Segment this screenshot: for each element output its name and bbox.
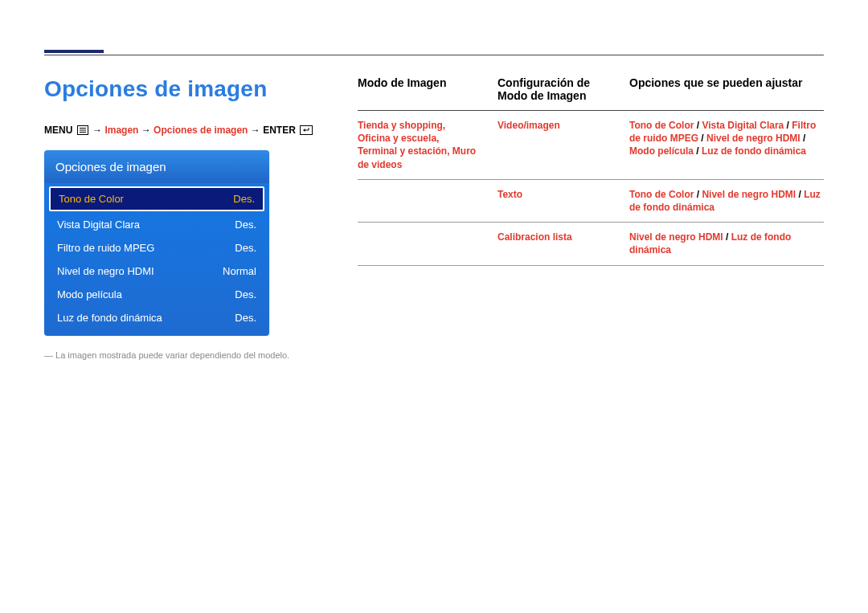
opt: Nivel de negro HDMI <box>629 231 726 243</box>
osd-row-modo-pelicula[interactable]: Modo película Des. <box>47 283 266 306</box>
th-modo-de-imagen: Modo de Imagen <box>358 76 478 102</box>
breadcrumb: MENU → Imagen → Opciones de imagen → ENT… <box>44 125 358 136</box>
table-row: Tienda y shopping, Oficina y escuela, Te… <box>358 111 824 180</box>
page-title: Opciones de imagen <box>44 76 358 102</box>
breadcrumb-opciones: Opciones de imagen <box>154 125 248 136</box>
accent-bar <box>44 50 104 53</box>
osd-row-luz-fondo-dinamica[interactable]: Luz de fondo dinámica Des. <box>47 306 266 329</box>
td-config: Video/imagen <box>497 119 610 171</box>
breadcrumb-arrow-3: → <box>251 125 260 136</box>
osd-row-label: Tono de Color <box>59 193 124 205</box>
breadcrumb-enter: ENTER <box>263 125 296 136</box>
td-modo <box>358 188 478 214</box>
opt: Nivel de negro HDMI <box>702 189 798 200</box>
td-opciones: Tono de Color / Vista Digital Clara / Fi… <box>629 119 824 171</box>
osd-row-value: Des. <box>233 193 255 205</box>
osd-row-label: Filtro de ruido MPEG <box>57 242 154 254</box>
td-modo <box>358 231 478 256</box>
table-row: Texto Tono de Color / Nivel de negro HDM… <box>358 180 824 223</box>
td-opciones: Tono de Color / Nivel de negro HDMI / Lu… <box>629 188 824 214</box>
td-config: Calibracion lista <box>497 231 610 256</box>
osd-row-label: Modo película <box>57 288 122 300</box>
options-table: Modo de Imagen Configuración de Modo de … <box>358 76 824 266</box>
content-area: Opciones de imagen MENU → Imagen → Opcio… <box>44 76 824 360</box>
osd-row-vista-digital-clara[interactable]: Vista Digital Clara Des. <box>47 213 266 236</box>
osd-body: Tono de Color Des. Vista Digital Clara D… <box>44 183 269 336</box>
osd-row-label: Luz de fondo dinámica <box>57 312 162 324</box>
slash: / <box>696 145 702 157</box>
osd-row-label: Vista Digital Clara <box>57 219 140 231</box>
th-opciones-ajustar: Opciones que se pueden ajustar <box>629 76 824 102</box>
osd-row-filtro-ruido-mpeg[interactable]: Filtro de ruido MPEG Des. <box>47 236 266 260</box>
breadcrumb-arrow-2: → <box>141 125 151 136</box>
enter-icon <box>300 125 313 135</box>
td-modo: Tienda y shopping, Oficina y escuela, Te… <box>358 119 478 171</box>
slash: / <box>803 133 805 144</box>
opt: Vista Digital Clara <box>702 120 786 131</box>
osd-panel: Opciones de imagen Tono de Color Des. Vi… <box>44 150 269 336</box>
opt: Tono de Color <box>629 120 697 131</box>
manual-page: Opciones de imagen MENU → Imagen → Opcio… <box>0 0 868 613</box>
left-column: Opciones de imagen MENU → Imagen → Opcio… <box>44 76 358 360</box>
osd-row-value: Des. <box>235 312 256 324</box>
td-opciones: Nivel de negro HDMI / Luz de fondo dinám… <box>629 231 824 256</box>
slash: / <box>701 133 706 144</box>
osd-row-label: Nivel de negro HDMI <box>57 265 154 277</box>
right-column: Modo de Imagen Configuración de Modo de … <box>358 76 824 360</box>
table-body: Tienda y shopping, Oficina y escuela, Te… <box>358 111 824 266</box>
osd-row-value: Des. <box>235 219 256 231</box>
breadcrumb-arrow-1: → <box>92 125 102 136</box>
osd-row-nivel-negro-hdmi[interactable]: Nivel de negro HDMI Normal <box>47 260 266 283</box>
table-row: Calibracion lista Nivel de negro HDMI / … <box>358 223 824 265</box>
osd-row-value: Des. <box>235 288 256 300</box>
osd-title: Opciones de imagen <box>44 150 269 183</box>
td-config: Texto <box>497 188 610 214</box>
menu-icon <box>77 125 88 135</box>
opt: Luz de fondo dinámica <box>702 145 806 157</box>
opt: Nivel de negro HDMI <box>706 133 803 144</box>
top-rule <box>44 55 824 55</box>
table-header: Modo de Imagen Configuración de Modo de … <box>358 76 824 111</box>
footnote: ― La imagen mostrada puede variar depend… <box>44 350 358 360</box>
breadcrumb-imagen: Imagen <box>104 125 138 136</box>
osd-row-value: Normal <box>223 265 256 277</box>
th-configuracion: Configuración de Modo de Imagen <box>497 76 610 102</box>
osd-row-tono-de-color[interactable]: Tono de Color Des. <box>49 186 264 211</box>
slash: / <box>726 231 731 243</box>
osd-row-value: Des. <box>235 242 256 254</box>
opt: Modo película <box>629 145 696 157</box>
opt: Tono de Color <box>629 189 697 200</box>
breadcrumb-menu: MENU <box>44 125 72 136</box>
